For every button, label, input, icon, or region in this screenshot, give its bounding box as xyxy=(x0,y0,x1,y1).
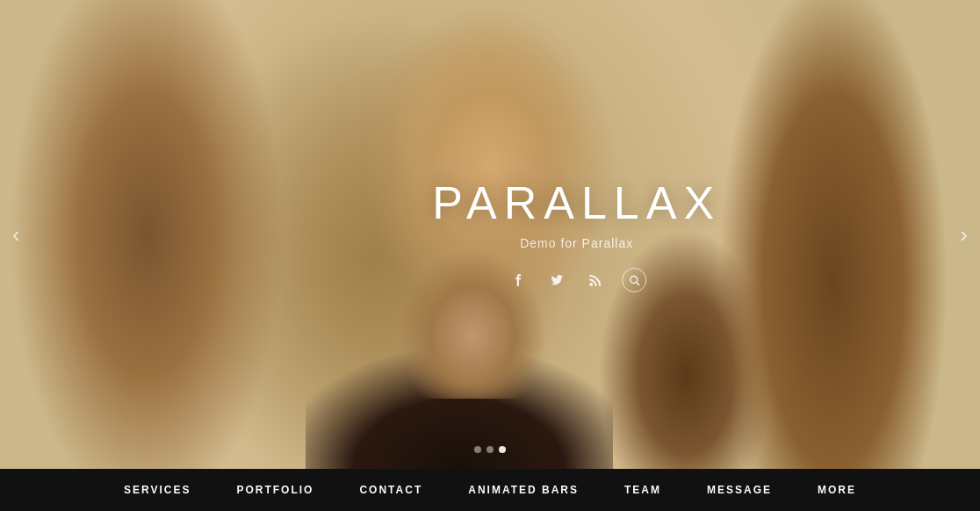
twitter-icon[interactable] xyxy=(545,268,570,292)
search-icon[interactable] xyxy=(623,268,647,292)
rss-icon[interactable] xyxy=(584,268,609,292)
slide-next-button[interactable]: › xyxy=(951,212,976,257)
slide-indicators xyxy=(474,446,506,453)
svg-point-1 xyxy=(631,276,638,283)
svg-line-2 xyxy=(637,282,640,285)
facebook-icon[interactable] xyxy=(507,268,531,292)
hero-subtitle: Demo for Parallax xyxy=(432,236,721,250)
hero-title: PARALLAX xyxy=(432,176,721,229)
svg-point-0 xyxy=(590,283,594,286)
nav-item-message[interactable]: MESSAGE xyxy=(684,469,795,511)
nav-item-team[interactable]: TEAM xyxy=(602,469,684,511)
nav-item-services[interactable]: SERVICES xyxy=(101,469,213,511)
navbar: SERVICES PORTFOLIO CONTACT ANIMATED BARS… xyxy=(0,469,980,511)
slide-dot-2[interactable] xyxy=(486,446,494,453)
nav-item-animated-bars[interactable]: ANIMATED BARS xyxy=(445,469,602,511)
slide-prev-button[interactable]: ‹ xyxy=(4,212,29,257)
nav-item-portfolio[interactable]: PORTFOLIO xyxy=(213,469,336,511)
nav-item-more[interactable]: MORE xyxy=(795,469,879,511)
nav-item-contact[interactable]: CONTACT xyxy=(336,469,445,511)
hero-content: PARALLAX Demo for Parallax xyxy=(432,176,721,292)
social-icons-group xyxy=(432,268,721,292)
slide-dot-3[interactable] xyxy=(499,446,506,453)
hero-section: ‹ › PARALLAX Demo for Parallax xyxy=(0,0,980,469)
slide-dot-1[interactable] xyxy=(474,446,481,453)
